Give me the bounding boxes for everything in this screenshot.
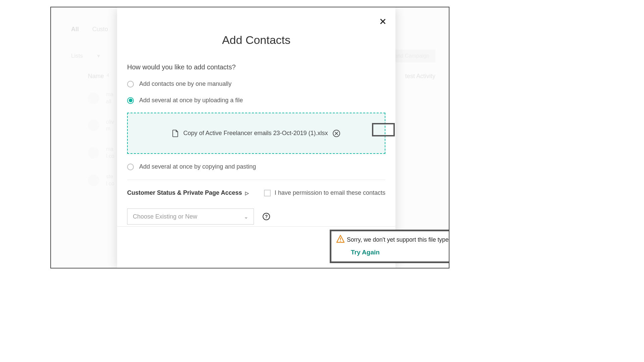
customer-status-toggle[interactable]: Customer Status & Private Page Access ▷ — [127, 189, 249, 196]
option-manual[interactable]: Add contacts one by one manually — [127, 80, 385, 87]
label-select-row: Choose Existing or New ⌄ ? — [127, 208, 385, 225]
svg-point-1 — [340, 241, 341, 242]
add-method-options: Add contacts one by one manually Add sev… — [127, 80, 385, 170]
option-label: Add contacts one by one manually — [139, 80, 231, 87]
triangle-right-icon: ▷ — [245, 190, 249, 196]
help-icon[interactable]: ? — [263, 213, 270, 220]
uploaded-filename: Copy of Active Freelancer emails 23-Oct-… — [183, 130, 328, 137]
checkbox-icon — [264, 190, 271, 196]
radio-icon — [127, 164, 134, 170]
divider — [117, 226, 395, 227]
permission-label: I have permission to email these contact… — [275, 189, 385, 196]
try-again-button[interactable]: Try Again — [351, 249, 449, 256]
divider — [127, 180, 385, 180]
modal-title: Add Contacts — [127, 34, 385, 47]
error-message: Sorry, we don't yet support this file ty… — [347, 236, 449, 243]
option-upload[interactable]: Add several at once by uploading a file — [127, 97, 385, 104]
warning-icon — [336, 235, 345, 243]
option-label: Add several at once by uploading a file — [139, 97, 243, 104]
select-placeholder: Choose Existing or New — [133, 213, 197, 220]
file-icon — [172, 130, 178, 137]
option-label: Add several at once by copying and pasti… — [139, 163, 256, 170]
radio-icon — [127, 97, 134, 104]
label-select[interactable]: Choose Existing or New ⌄ — [127, 208, 254, 225]
option-paste[interactable]: Add several at once by copying and pasti… — [127, 163, 385, 170]
modal-subhead: How would you like to add contacts? — [127, 63, 385, 71]
file-dropzone[interactable]: Copy of Active Freelancer emails 23-Oct-… — [127, 113, 385, 154]
close-icon[interactable] — [379, 17, 387, 25]
app-frame: All Custo Lists ▼ end Campaign Name4 tes… — [50, 7, 449, 268]
remove-file-icon[interactable] — [333, 130, 340, 137]
status-and-permission-row: Customer Status & Private Page Access ▷ … — [127, 189, 385, 196]
permission-checkbox[interactable]: I have permission to email these contact… — [264, 189, 385, 196]
upload-error-callout: Sorry, we don't yet support this file ty… — [330, 230, 449, 263]
add-contacts-modal: Add Contacts How would you like to add c… — [117, 7, 395, 268]
radio-icon — [127, 81, 134, 87]
chevron-down-icon: ⌄ — [244, 214, 248, 220]
